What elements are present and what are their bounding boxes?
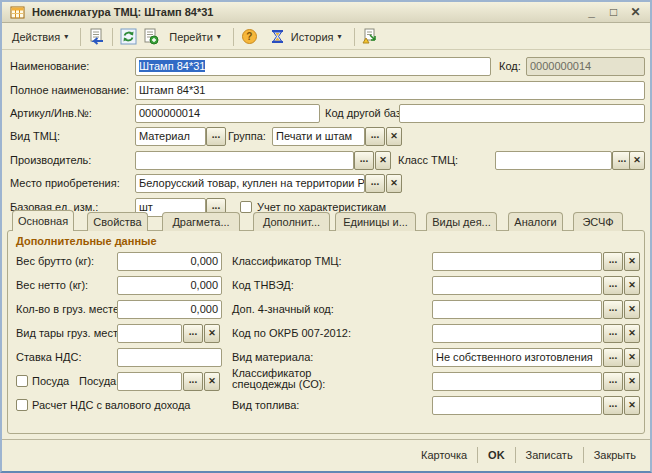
help-icon[interactable]: ? [240,27,259,46]
tab-main[interactable]: Основная [12,210,74,231]
main-tab-panel [7,230,645,434]
code-input: 0000000014 [526,57,645,76]
name-input-selected-text: Штамп 84*31 [139,60,205,72]
tmc-class-label: Класс ТМЦ: [398,151,458,170]
card-button[interactable]: Карточка [411,445,477,465]
hourglass-icon [268,27,287,46]
toolbar-separator [112,28,113,46]
tmc-kind-select-button[interactable]: ... [206,127,226,146]
minimize-button[interactable]: _ [583,5,600,19]
tab-activity-kinds[interactable]: Виды дея... [426,212,497,231]
tab-eschf[interactable]: ЭСЧФ [573,212,623,231]
manufacturer-input[interactable] [135,151,354,170]
group-label: Группа: [228,127,266,146]
full-name-label: Полное наименование: [10,81,129,100]
tmc-kind-label: Вид ТМЦ: [10,127,60,146]
refresh-icon[interactable] [119,27,138,46]
app-icon [8,3,27,22]
dropdown-arrow-icon: ▾ [338,32,342,41]
manufacturer-select-button[interactable]: ... [354,151,374,170]
purchase-place-input[interactable]: Белорусский товар, куплен на территории … [135,174,365,193]
save-button[interactable]: Записать [516,445,583,465]
purchase-place-clear-button[interactable]: ✕ [386,174,402,193]
tab-analogs[interactable]: Аналоги [508,212,563,231]
tmc-class-input[interactable] [495,151,612,170]
window-title: Номенклатура ТМЦ: Штамп 84*31 [32,6,578,18]
goto-button-label: Перейти [169,31,213,43]
history-button[interactable]: История ▾ [262,24,348,49]
toolbar-separator [233,28,234,46]
char-accounting-checkbox[interactable] [240,201,252,213]
actions-button-label: Действия [12,31,60,43]
ok-button[interactable]: OK [478,445,515,465]
close-button[interactable]: ✕ [627,5,644,19]
tmc-class-clear-button[interactable]: ✕ [629,151,645,170]
tab-properties[interactable]: Свойства [87,212,148,231]
article-label: Артикул/Инв.№: [10,104,92,123]
code-label: Код: [499,57,521,76]
article-input[interactable]: 0000000014 [135,104,320,123]
toolbar-separator [80,28,81,46]
copy-item-icon[interactable] [141,27,160,46]
footer-button-bar: Карточка OK Записать Закрыть [2,439,650,470]
reread-icon[interactable] [87,27,106,46]
manufacturer-clear-button[interactable]: ✕ [375,151,391,170]
other-base-code-input[interactable] [399,104,645,123]
toolbar: Действия ▾ Перейти ▾ ? История ▾ [2,24,650,50]
dropdown-arrow-icon: ▾ [217,32,221,41]
full-name-input[interactable]: Штамп 84*31 [135,81,645,100]
tmc-kind-input[interactable]: Материал [135,127,206,146]
tab-units[interactable]: Единицы и... [335,212,416,231]
name-input[interactable]: Штамп 84*31 [135,57,491,76]
dropdown-arrow-icon: ▾ [64,32,68,41]
history-button-label: История [291,31,334,43]
actions-button[interactable]: Действия ▾ [6,28,74,46]
group-clear-button[interactable]: ✕ [386,127,402,146]
group-select-button[interactable]: ... [365,127,385,146]
tab-precious-metals[interactable]: Драгмета... [162,212,240,231]
goto-button[interactable]: Перейти ▾ [163,28,227,46]
name-label: Наименование: [10,57,89,76]
toolbar-separator [354,28,355,46]
group-input[interactable]: Печати и штам [272,127,365,146]
purchase-place-label: Место приобретения: [10,174,120,193]
tab-additional[interactable]: Дополнит... [253,212,330,231]
maximize-button[interactable]: □ [605,5,622,19]
manufacturer-label: Производитель: [10,151,91,170]
goto-in-list-icon[interactable] [361,27,380,46]
purchase-place-select-button[interactable]: ... [365,174,385,193]
title-bar[interactable]: Номенклатура ТМЦ: Штамп 84*31 _ □ ✕ [2,2,650,23]
close-form-button[interactable]: Закрыть [584,445,646,465]
nomenclature-window: Номенклатура ТМЦ: Штамп 84*31 _ □ ✕ Дейс… [0,0,652,473]
